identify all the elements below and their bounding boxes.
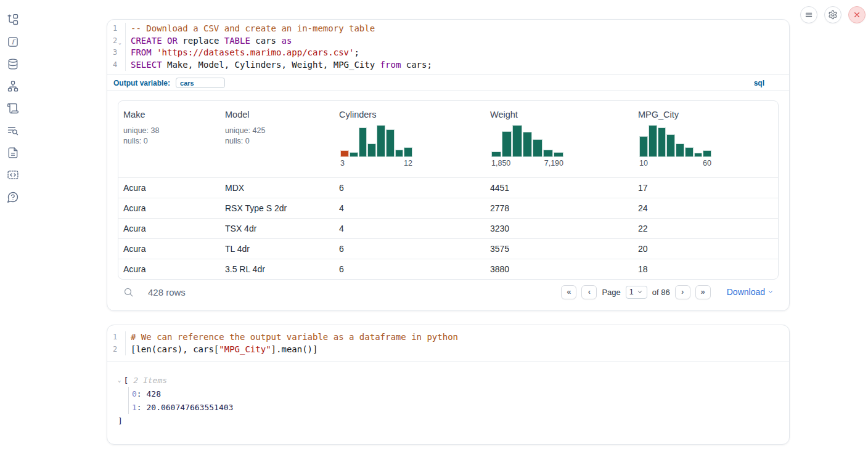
table-row[interactable]: AcuraMDX6445117: [118, 177, 778, 198]
histogram-bar[interactable]: [666, 134, 675, 157]
code-text[interactable]: FROM 'https://datasets.marimo.app/cars.c…: [126, 47, 359, 59]
gear-icon[interactable]: [824, 6, 841, 23]
histogram-bar[interactable]: [523, 132, 533, 157]
table-cell: Acura: [118, 203, 220, 213]
line-number: 2: [107, 344, 126, 356]
table-output: Makeunique: 38nulls: 0Modelunique: 425nu…: [107, 91, 789, 310]
code-text[interactable]: SELECT Make, Model, Cylinders, Weight, M…: [126, 59, 432, 71]
last-page-button[interactable]: »: [695, 285, 711, 299]
table-cell: TSX 4dr: [220, 224, 334, 233]
tree-item[interactable]: 0: 428: [132, 387, 779, 400]
table-cell: TL 4dr: [220, 244, 334, 254]
column-name: MPG_City: [638, 110, 773, 119]
column-histogram[interactable]: 1,8507,190: [491, 125, 563, 168]
histogram-bar[interactable]: [377, 125, 385, 157]
code-text[interactable]: # We can reference the output variable a…: [126, 331, 458, 344]
axis-max-label: 12: [404, 159, 412, 168]
next-page-button[interactable]: ›: [675, 285, 690, 299]
histogram-bar[interactable]: [533, 139, 542, 157]
close-x-icon[interactable]: [848, 6, 866, 23]
page-select[interactable]: 1: [626, 286, 647, 299]
database-icon[interactable]: [6, 57, 20, 70]
list-search-icon[interactable]: [6, 124, 20, 137]
axis-max-label: 60: [703, 159, 711, 168]
output-variable-input[interactable]: [176, 78, 225, 88]
histogram-bar[interactable]: [491, 152, 501, 157]
previous-page-button[interactable]: ‹: [581, 285, 597, 299]
sql-cell: 1-- Download a CSV and create an in-memo…: [107, 19, 790, 311]
help-circle-icon[interactable]: [6, 190, 20, 203]
table-row[interactable]: AcuraTSX 4dr4323022: [118, 218, 778, 238]
first-page-button[interactable]: «: [561, 285, 576, 299]
histogram-bar[interactable]: [639, 136, 648, 157]
histogram-bar[interactable]: [543, 150, 553, 157]
column-header-weight[interactable]: Weight1,8507,190: [485, 101, 633, 177]
column-histogram[interactable]: 312: [340, 125, 412, 168]
python-code-editor[interactable]: 1# We can reference the output variable …: [107, 325, 789, 362]
table-cell: MDX: [220, 183, 334, 193]
histogram-bar[interactable]: [554, 152, 563, 157]
histogram-bar[interactable]: [694, 153, 703, 157]
axis-min-label: 1,850: [491, 159, 510, 168]
histogram-bar[interactable]: [395, 150, 404, 157]
column-histogram[interactable]: 1060: [639, 125, 711, 168]
file-text-icon[interactable]: [6, 146, 20, 159]
code-line[interactable]: 2⌄CREATE OR replace TABLE cars as: [107, 35, 789, 47]
table-cell: Acura: [118, 224, 220, 233]
histogram-bar[interactable]: [340, 150, 349, 157]
search-icon[interactable]: [123, 287, 134, 297]
top-controls: [800, 6, 866, 23]
code-line[interactable]: 1# We can reference the output variable …: [107, 331, 789, 344]
column-header-cylinders[interactable]: Cylinders312: [334, 101, 485, 177]
sql-code-editor[interactable]: 1-- Download a CSV and create an in-memo…: [107, 20, 789, 75]
histogram-bar[interactable]: [512, 125, 522, 157]
code-line[interactable]: 4SELECT Make, Model, Cylinders, Weight, …: [107, 59, 789, 71]
scroll-icon[interactable]: [6, 102, 20, 115]
code-line[interactable]: 3FROM 'https://datasets.marimo.app/cars.…: [107, 47, 789, 59]
collapse-chevron-icon[interactable]: ⌄: [118, 377, 121, 383]
download-button[interactable]: Download: [727, 287, 774, 297]
histogram-bar[interactable]: [350, 152, 358, 157]
network-icon[interactable]: [6, 79, 20, 92]
table-cell: 22: [633, 224, 778, 233]
histogram-bar[interactable]: [703, 150, 711, 157]
histogram-bar[interactable]: [386, 129, 395, 157]
histogram-bar[interactable]: [658, 127, 666, 157]
nulls-count: nulls: 0: [123, 136, 215, 147]
histogram-bar[interactable]: [359, 127, 367, 157]
items-count-label: 2 Items: [133, 376, 167, 385]
chevron-down-icon: [637, 289, 643, 295]
code-line[interactable]: 2[len(cars), cars["MPG_City"].mean()]: [107, 344, 789, 356]
language-badge[interactable]: sql: [754, 79, 764, 87]
histogram-bar[interactable]: [502, 131, 512, 157]
page-label: Page: [602, 288, 620, 297]
histogram-bar[interactable]: [685, 147, 694, 157]
tree-item-key: 1: [132, 403, 137, 412]
line-number: 4: [107, 59, 126, 71]
column-header-make[interactable]: Makeunique: 38nulls: 0: [118, 101, 220, 177]
histogram-bar[interactable]: [367, 144, 376, 157]
tree-item[interactable]: 1: 20.060747663551403: [132, 400, 779, 414]
histogram-bar[interactable]: [404, 147, 412, 157]
column-header-mpg_city[interactable]: MPG_City1060: [633, 101, 778, 177]
table-row[interactable]: AcuraRSX Type S 2dr4277824: [118, 198, 778, 218]
histogram-bars: [491, 125, 563, 157]
histogram-bar[interactable]: [676, 144, 684, 157]
unique-count: unique: 38: [123, 126, 215, 136]
table-cell: 17: [633, 183, 778, 193]
file-tree-icon[interactable]: [6, 13, 20, 26]
code-text[interactable]: [len(cars), cars["MPG_City"].mean()]: [126, 344, 317, 356]
hamburger-menu-icon[interactable]: [800, 6, 817, 23]
code-snippet-icon[interactable]: [6, 168, 20, 181]
column-stats: unique: 425nulls: 0: [225, 126, 329, 147]
table-row[interactable]: AcuraTL 4dr6357520: [118, 238, 778, 259]
table-cell: 3230: [485, 224, 633, 233]
table-row[interactable]: Acura3.5 RL 4dr6388018: [118, 259, 778, 279]
histogram-bar[interactable]: [649, 125, 657, 157]
code-text[interactable]: -- Download a CSV and create an in-memor…: [126, 23, 375, 35]
code-line[interactable]: 1-- Download a CSV and create an in-memo…: [107, 23, 789, 35]
column-header-model[interactable]: Modelunique: 425nulls: 0: [220, 101, 334, 177]
data-table: Makeunique: 38nulls: 0Modelunique: 425nu…: [118, 100, 779, 280]
code-text[interactable]: CREATE OR replace TABLE cars as: [126, 35, 292, 47]
function-square-icon[interactable]: f: [6, 35, 20, 48]
